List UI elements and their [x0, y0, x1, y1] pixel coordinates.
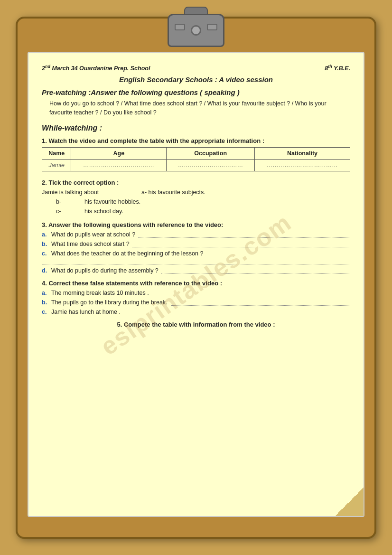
- q3-letter-a: a.: [42, 231, 51, 238]
- q1-title: 1. Watch the video and complete the tabl…: [42, 137, 350, 144]
- col-nationality: Nationality: [255, 148, 350, 160]
- q3-letter-c: c.: [42, 250, 51, 257]
- q4-item-a: a. The morning break lasts 10 minutes .: [42, 290, 350, 296]
- cell-name: Jamie: [42, 160, 71, 171]
- q4-dots-a: [169, 290, 350, 296]
- jamie-intro-row: Jamie is talking about a- his favourite …: [42, 189, 350, 196]
- q4-title: 4. Correct these false statements with r…: [42, 280, 350, 287]
- while-watching-heading: While-watching :: [42, 124, 350, 132]
- question-2-block: 2. Tick the correct option : Jamie is ta…: [42, 179, 350, 215]
- col-name: Name: [42, 148, 71, 160]
- q3-question-d: What do pupils do during the assembly ?: [51, 267, 159, 274]
- q4-item-c: c. Jamie has lunch at home .: [42, 309, 350, 315]
- q5-title: 5. Compete the table with information fr…: [42, 321, 350, 328]
- option-a-label: a-: [141, 189, 147, 196]
- q3-item-c: c. What does the teacher do at the begin…: [42, 250, 350, 264]
- clipboard-clip: [168, 14, 224, 47]
- option-c-text: his school day.: [84, 208, 123, 215]
- option-b-text: his favourite hobbies.: [84, 198, 140, 205]
- clipboard: eslprintables.com 2nd March 34 Ouardanin…: [16, 17, 376, 539]
- cell-nationality: ………………………………: [255, 160, 350, 171]
- option-a-text: his favourite subjects.: [149, 189, 205, 196]
- q4-letter-b: b.: [42, 299, 51, 306]
- q4-statement-a: The morning break lasts 10 minutes .: [51, 290, 165, 296]
- question-1-block: 1. Watch the video and complete the tabl…: [42, 137, 350, 171]
- header-row: 2nd March 34 Ouardanine Prep. School 8th…: [42, 64, 350, 72]
- pre-watching-questions: How do you go to school ? / What time do…: [49, 99, 350, 118]
- q3-letter-b: b.: [42, 241, 51, 247]
- header-left: 2nd March 34 Ouardanine Prep. School: [42, 64, 150, 72]
- tick-options: b- his favourite hobbies. c- his school …: [56, 198, 350, 215]
- q3-title: 3. Answer the following questions with r…: [42, 221, 350, 228]
- paper-corner-fold: [335, 488, 364, 516]
- question-4-block: 4. Correct these false statements with r…: [42, 280, 350, 315]
- q3-item-d: d. What do pupils do during the assembly…: [42, 267, 350, 274]
- pre-watching-heading: Pre-watching :Answer the following quest…: [42, 88, 350, 96]
- clip-tab-right: [207, 24, 217, 30]
- col-occupation: Occupation: [167, 148, 255, 160]
- clip-top: [184, 7, 208, 15]
- jamie-label: Jamie is talking about: [42, 189, 127, 196]
- clip-circle: [191, 25, 201, 36]
- q4-dots-c: [169, 309, 350, 315]
- info-table: Name Age Occupation Nationality Jamie ………: [42, 147, 350, 171]
- paper: eslprintables.com 2nd March 34 Ouardanin…: [28, 52, 364, 517]
- col-age: Age: [71, 148, 167, 160]
- option-b-label: b-: [56, 198, 84, 205]
- table-row: Jamie ……………………………… …………………………… …………………………: [42, 160, 350, 171]
- cell-age: ………………………………: [71, 160, 167, 171]
- q4-letter-a: a.: [42, 290, 51, 296]
- q4-statement-b: The pupils go to the library during the …: [51, 299, 168, 306]
- option-b-row: b- his favourite hobbies.: [56, 198, 350, 205]
- q4-letter-c: c.: [42, 309, 51, 315]
- cell-occupation: ……………………………: [167, 160, 255, 171]
- q4-item-b: b. The pupils go to the library during t…: [42, 299, 350, 306]
- q3-question-b: What time does school start ?: [51, 241, 130, 247]
- option-c-row: c- his school day.: [56, 208, 350, 215]
- q2-title: 2. Tick the correct option :: [42, 179, 350, 186]
- q4-dots-b: [171, 299, 350, 306]
- question-3-block: 3. Answer the following questions with r…: [42, 221, 350, 274]
- q3-item-a: a. What do pupils wear at school ?: [42, 231, 350, 238]
- q3-question-c: What does the teacher do at the beginnin…: [51, 250, 203, 257]
- worksheet-title: English Secondary Schools : A video sess…: [42, 75, 350, 84]
- header-right: 8th Y.B.E.: [325, 64, 350, 72]
- q3-question-a: What do pupils wear at school ?: [51, 231, 135, 238]
- q3-letter-d: d.: [42, 267, 51, 274]
- clip-tab-left: [175, 24, 185, 30]
- option-c-label: c-: [56, 208, 84, 215]
- q3-item-b: b. What time does school start ?: [42, 241, 350, 247]
- q4-statement-c: Jamie has lunch at home .: [51, 309, 165, 315]
